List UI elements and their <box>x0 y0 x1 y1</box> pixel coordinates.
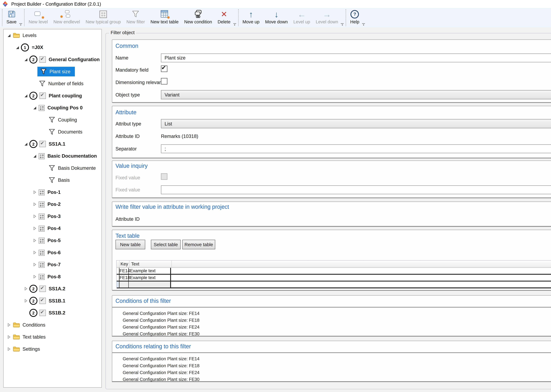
level-number-badge: 2 <box>29 297 37 305</box>
level-dropdown[interactable]: ▾ <box>341 23 344 26</box>
tree-item-coupling-pos-0[interactable]: Coupling Pos 0 <box>4 102 101 114</box>
save-button[interactable]: Save <box>4 8 19 27</box>
tree-item-basis-dokumente[interactable]: Basis Dokumente <box>4 162 101 174</box>
expander-expanded-icon[interactable] <box>24 94 28 98</box>
expander-collapsed-icon[interactable] <box>33 263 37 267</box>
tree-item-text-tables[interactable]: Text tables <box>4 331 101 343</box>
tree-item-settings[interactable]: Settings <box>4 343 101 355</box>
expander-collapsed-icon[interactable] <box>33 275 37 279</box>
move-down-button[interactable]: ↓ Move down <box>262 8 291 27</box>
tree-item-levels[interactable]: Levels <box>4 29 101 42</box>
tree-checkbox-checked[interactable] <box>39 92 46 99</box>
new-typical-group-button[interactable]: New typical group <box>83 8 124 27</box>
level-down-button[interactable]: → Level down <box>313 8 341 27</box>
delete-button[interactable]: ✕ Delete <box>215 8 233 27</box>
expander-collapsed-icon[interactable] <box>33 214 37 218</box>
help-dropdown[interactable]: ▾ <box>362 23 365 26</box>
tree-item-pos-6[interactable]: Pos-6 <box>4 246 101 259</box>
levels-tree: Levels 1 =J0X 2 General Configuration Pl… <box>3 29 102 388</box>
condition-item[interactable]: General Configuration Plant size: FE14 <box>123 310 551 317</box>
tree-item-plant-coupling[interactable]: 2 Plant coupling <box>4 90 101 102</box>
tree-item-coupling[interactable]: Coupling <box>4 114 101 126</box>
tree-item-basis[interactable]: Basis <box>4 174 101 186</box>
key-column-header[interactable]: Key <box>120 261 129 267</box>
expander-collapsed-icon[interactable] <box>24 299 28 303</box>
expander-expanded-icon[interactable] <box>33 154 37 158</box>
tree-item-j0x[interactable]: 1 =J0X <box>4 42 101 54</box>
tree-item-pos-7[interactable]: Pos-7 <box>4 259 101 271</box>
help-button[interactable]: ? Help <box>347 8 362 27</box>
fixed-value-input[interactable] <box>161 185 551 194</box>
tree-checkbox-checked[interactable] <box>39 56 46 63</box>
tree-checkbox-checked[interactable] <box>39 298 46 304</box>
save-dropdown[interactable]: ▾ <box>19 23 22 26</box>
condition-item[interactable]: General Configuration Plant size: FE24 <box>123 369 551 376</box>
tree-item-number-of-fields[interactable]: Number of fields <box>4 78 101 90</box>
table-row[interactable]: FE18 Example text <box>117 275 551 281</box>
select-table-button[interactable]: Select table <box>151 240 181 249</box>
expander-collapsed-icon[interactable] <box>33 190 37 194</box>
tree-item-ss1b2[interactable]: 2 SS1B.2 <box>4 307 101 319</box>
object-type-select[interactable]: Variant <box>161 90 551 99</box>
new-table-button[interactable]: New table <box>115 240 145 249</box>
mandatory-field-checkbox[interactable] <box>161 66 167 72</box>
row-selector[interactable] <box>117 281 119 287</box>
delete-dropdown[interactable]: ▾ <box>233 23 236 26</box>
condition-item[interactable]: General Configuration Plant size: FE14 <box>123 356 551 362</box>
expander-collapsed-icon[interactable] <box>33 202 37 206</box>
tree-item-pos-2[interactable]: Pos-2 <box>4 198 101 210</box>
new-endlevel-button[interactable]: ✹ New endlevel <box>50 8 83 27</box>
new-condition-button[interactable]: New condition <box>181 8 215 27</box>
dimensioning-relevant-checkbox[interactable] <box>161 78 167 84</box>
expander-collapsed-icon[interactable] <box>33 226 37 231</box>
tree-item-conditions[interactable]: Conditions <box>4 319 101 331</box>
separator-input[interactable] <box>161 144 551 153</box>
row-selector[interactable] <box>117 268 119 274</box>
section-title: Text table <box>115 232 140 239</box>
level-up-button[interactable]: ← Level up <box>291 8 313 27</box>
name-input[interactable] <box>161 54 551 62</box>
row-selector[interactable] <box>117 275 119 281</box>
tree-item-ss1a1[interactable]: 2 SS1A.1 <box>4 138 101 150</box>
tree-item-pos-4[interactable]: Pos-4 <box>4 222 101 234</box>
expander-collapsed-icon[interactable] <box>33 251 37 255</box>
new-text-table-button[interactable]: ✹ New text table <box>148 8 181 27</box>
condition-item[interactable]: General Configuration Plant size: FE18 <box>123 362 551 369</box>
expander-expanded-icon[interactable] <box>24 57 28 62</box>
tree-item-pos-1[interactable]: Pos-1 <box>4 186 101 198</box>
tree-item-plant-size[interactable]: Plant size <box>4 66 101 78</box>
tree-item-ss1a2[interactable]: 2 SS1A.2 <box>4 283 101 295</box>
table-row[interactable]: FE14 Example text <box>117 268 551 275</box>
expander-collapsed-icon[interactable] <box>33 238 37 243</box>
expander-collapsed-icon[interactable] <box>24 287 28 291</box>
table-row-new[interactable] <box>117 281 551 288</box>
tree-item-general-configuration[interactable]: 2 General Configuration <box>4 54 101 66</box>
tree-checkbox-checked[interactable] <box>39 310 46 316</box>
new-level-button[interactable]: ✹ New level <box>26 8 50 27</box>
new-filter-button[interactable]: New filter <box>124 8 148 27</box>
expander-expanded-icon[interactable] <box>33 106 37 110</box>
condition-item[interactable]: General Configuration Plant size: FE30 <box>123 330 551 337</box>
expander-collapsed-icon[interactable] <box>7 323 11 327</box>
tree-item-ss1b1[interactable]: 2 SS1B.1 <box>4 295 101 307</box>
condition-item[interactable]: General Configuration Plant size: FE18 <box>123 317 551 324</box>
expander-collapsed-icon[interactable] <box>7 347 11 351</box>
expander-expanded-icon[interactable] <box>24 142 28 146</box>
expander-expanded-icon[interactable] <box>7 33 11 37</box>
condition-item[interactable]: General Configuration Plant size: FE30 <box>123 376 551 383</box>
tree-checkbox-checked[interactable] <box>39 141 46 147</box>
expander-expanded-icon[interactable] <box>15 45 19 49</box>
level-number-badge: 2 <box>29 285 37 293</box>
tree-item-documents[interactable]: Documents <box>4 126 101 138</box>
tree-item-pos-8[interactable]: Pos-8 <box>4 271 101 283</box>
expander-collapsed-icon[interactable] <box>7 335 11 339</box>
remove-table-button[interactable]: Remove table <box>182 240 215 249</box>
tree-item-basic-documentation[interactable]: Basic Documentation <box>4 150 101 162</box>
tree-checkbox-checked[interactable] <box>39 286 46 292</box>
tree-item-pos-3[interactable]: Pos-3 <box>4 210 101 223</box>
condition-item[interactable]: General Configuration Plant size: FE24 <box>123 324 551 330</box>
attribut-type-select[interactable]: List <box>161 119 551 128</box>
tree-item-pos-5[interactable]: Pos-5 <box>4 234 101 247</box>
text-column-header[interactable]: Text <box>130 261 172 267</box>
move-up-button[interactable]: ↑ Move up <box>240 8 262 27</box>
